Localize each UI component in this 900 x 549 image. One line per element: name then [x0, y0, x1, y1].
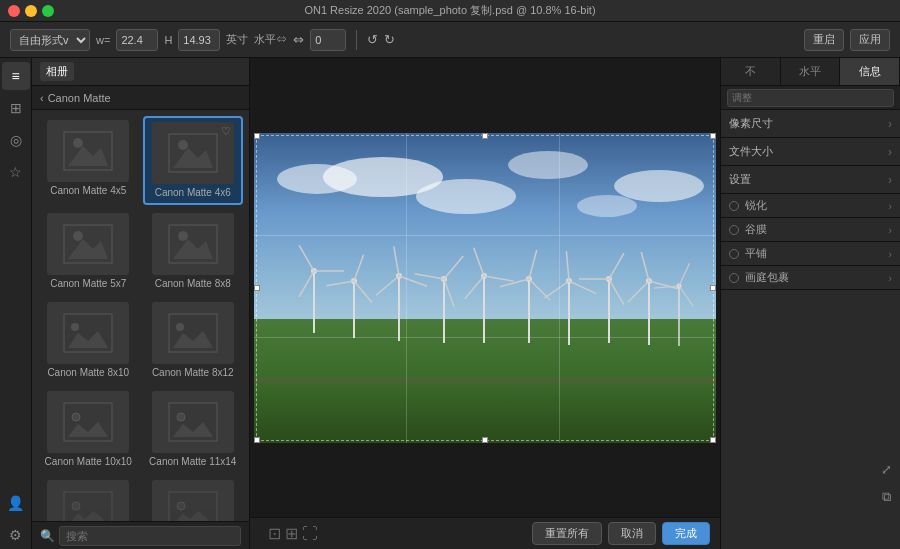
unit-label: 英寸 [226, 32, 248, 47]
preset-thumb-image [63, 491, 113, 521]
preset-item[interactable]: Canon Matte 5x7 [38, 209, 139, 294]
titlebar-text: ON1 Resize 2020 (sample_photo 复制.psd @ 1… [304, 3, 595, 18]
preset-item[interactable]: Canon Matte 8x10 [38, 298, 139, 383]
grainfilm-arrow-icon[interactable]: › [888, 224, 892, 236]
svg-point-2 [73, 138, 83, 148]
file-size-arrow-icon[interactable]: › [888, 145, 892, 159]
right-search [721, 86, 900, 110]
pixel-size-arrow-icon[interactable]: › [888, 117, 892, 131]
zoom-actual-icon[interactable]: ⊞ [285, 524, 298, 543]
sharpen-radio[interactable] [729, 201, 739, 211]
separator [356, 30, 357, 50]
preset-item-empty[interactable] [143, 476, 244, 521]
sharpen-label: 锐化 [745, 198, 882, 213]
grainfilm-radio[interactable] [729, 225, 739, 235]
preset-label: Canon Matte 10x10 [45, 456, 132, 468]
rotate-cw-icon[interactable]: ↻ [384, 32, 395, 47]
preset-item[interactable]: Canon Matte 10x10 [38, 387, 139, 472]
titlebar: ON1 Resize 2020 (sample_photo 复制.psd @ 1… [0, 0, 900, 22]
right-tab-info[interactable]: 信息 [840, 58, 900, 85]
preset-thumb [47, 120, 129, 182]
gallery-wrap-radio[interactable] [729, 273, 739, 283]
preset-thumb-image [168, 133, 218, 173]
preset-thumb [47, 480, 129, 521]
preset-item[interactable]: Canon Matte 8x8 [143, 209, 244, 294]
traffic-lights [8, 5, 54, 17]
left-tab-menu[interactable]: ≡ [2, 62, 30, 90]
heart-icon[interactable]: ♡ [221, 125, 231, 138]
search-input[interactable] [59, 526, 241, 546]
category-label: Canon Matte [48, 92, 111, 104]
cancel-button[interactable]: 取消 [608, 522, 656, 545]
file-size-section: 文件大小 › [721, 138, 900, 166]
back-arrow-icon[interactable]: ‹ [40, 92, 44, 104]
preset-item[interactable]: Canon Matte 8x12 [143, 298, 244, 383]
left-tab-grid[interactable]: ⊞ [2, 94, 30, 122]
reset-button[interactable]: 重启 [804, 29, 844, 51]
zoom-fit-icon[interactable]: ⊡ [268, 524, 281, 543]
width-input[interactable] [116, 29, 158, 51]
right-search-input[interactable] [727, 89, 894, 107]
tile-radio[interactable] [729, 249, 739, 259]
done-button[interactable]: 完成 [662, 522, 710, 545]
apply-button[interactable]: 应用 [850, 29, 890, 51]
settings-section[interactable]: 设置 › [721, 166, 900, 194]
settings-arrow-icon[interactable]: › [888, 173, 892, 187]
svg-line-72 [566, 251, 569, 281]
layers-icon[interactable]: ⧉ [874, 485, 898, 509]
link-icon: ⇔ [293, 32, 304, 47]
preset-item[interactable]: Canon Matte 4x5 [38, 116, 139, 205]
preset-label: Canon Matte 4x6 [155, 187, 231, 199]
svg-rect-90 [254, 378, 716, 383]
left-tab-star[interactable]: ☆ [2, 158, 30, 186]
pixel-size-label: 像素尺寸 [729, 116, 773, 131]
right-tab-bu[interactable]: 不 [721, 58, 781, 85]
svg-line-53 [399, 276, 427, 286]
sharpen-arrow-icon[interactable]: › [888, 200, 892, 212]
mode-select[interactable]: 自由形式v [10, 29, 90, 51]
svg-line-49 [326, 281, 354, 286]
gallery-wrap-arrow-icon[interactable]: › [888, 272, 892, 284]
left-tab-settings[interactable]: ⚙ [2, 521, 30, 549]
svg-point-14 [178, 231, 188, 241]
canvas-main[interactable] [250, 58, 720, 517]
preset-thumb-image [168, 491, 218, 521]
svg-line-62 [474, 247, 484, 275]
minimize-button[interactable] [25, 5, 37, 17]
preset-item-tox10[interactable]: Tox 10 [38, 476, 139, 521]
preset-item-selected[interactable]: ♡ Canon Matte 4x6 [143, 116, 244, 205]
gallery-wrap-label: 画庭包裹 [745, 270, 882, 285]
search-icon: 🔍 [40, 529, 55, 543]
reset-all-button[interactable]: 重置所有 [532, 522, 602, 545]
resize-icon[interactable]: ⤢ [874, 457, 898, 481]
maximize-button[interactable] [42, 5, 54, 17]
image-container[interactable] [254, 133, 716, 443]
panel-tab-album[interactable]: 相册 [40, 62, 74, 81]
rotate-ccw-icon[interactable]: ↺ [367, 32, 378, 47]
tile-arrow-icon[interactable]: › [888, 248, 892, 260]
svg-point-34 [72, 502, 80, 510]
presets-grid: Canon Matte 4x5 ♡ Canon Matte 4x6 [32, 110, 249, 521]
angle-input[interactable] [310, 29, 346, 51]
preset-label: Canon Matte 5x7 [50, 278, 126, 290]
right-tab-horizontal[interactable]: 水平 [781, 58, 841, 85]
close-button[interactable] [8, 5, 20, 17]
fullscreen-icon[interactable]: ⛶ [302, 525, 318, 543]
height-input[interactable] [178, 29, 220, 51]
preset-thumb-image [63, 131, 113, 171]
preset-thumb [152, 391, 234, 453]
svg-line-63 [484, 276, 514, 281]
preset-category: ‹ Canon Matte [32, 86, 249, 110]
preset-thumb: ♡ [152, 122, 234, 184]
gallery-wrap-subsection: 画庭包裹 › [721, 266, 900, 290]
preset-label: Canon Matte 8x10 [47, 367, 129, 379]
main-layout: ≡ ⊞ ◎ ☆ 👤 ⚙ 相册 ‹ Canon Matte [0, 58, 900, 549]
svg-line-44 [299, 271, 314, 297]
preset-label: Canon Matte 4x5 [50, 185, 126, 197]
left-tab-person[interactable]: 👤 [2, 489, 30, 517]
svg-point-30 [177, 413, 185, 421]
rotate-label: 水平⇔ [254, 32, 287, 47]
left-tab-target[interactable]: ◎ [2, 126, 30, 154]
svg-point-26 [72, 413, 80, 421]
preset-item[interactable]: Canon Matte 11x14 [143, 387, 244, 472]
